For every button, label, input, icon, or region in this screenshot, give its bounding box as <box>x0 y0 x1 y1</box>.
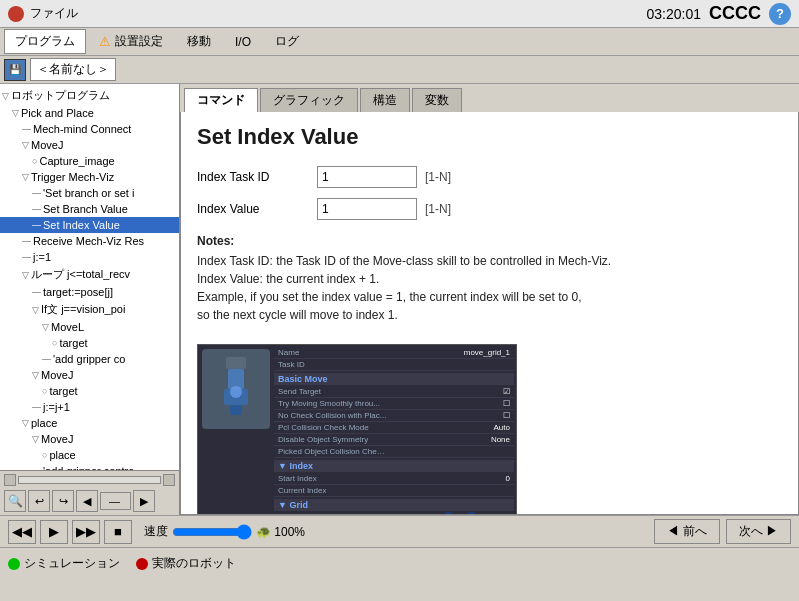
screenshot-panel: Namemove_grid_1Task IDBasic MoveSend Tar… <box>197 344 517 515</box>
page-title: Set Index Value <box>197 124 782 150</box>
tab-variable[interactable]: 変数 <box>412 88 462 112</box>
tree-item[interactable]: —target:=pose[j] <box>0 284 179 300</box>
form-row-indexvalue: Index Value [1-N] <box>197 198 782 220</box>
tree-item[interactable]: ▽place <box>0 415 179 431</box>
tree-arrow-icon: ○ <box>42 450 47 460</box>
tree-item-label: ループ j<=total_recv <box>31 267 130 282</box>
menu-program[interactable]: プログラム <box>4 29 86 54</box>
zoom-btn[interactable]: 🔍 <box>4 490 26 512</box>
tab-structure[interactable]: 構造 <box>360 88 410 112</box>
simulation-status[interactable]: シミュレーション <box>8 555 120 572</box>
tree-item[interactable]: ▽If文 j==vision_poi <box>0 300 179 319</box>
tree-item-label: If文 j==vision_poi <box>41 302 125 317</box>
screenshot-row: Disable Object SymmetryNone <box>274 434 514 446</box>
note-line-2: Index Value: the current index + 1. <box>197 270 782 288</box>
form-row-taskid: Index Task ID [1-N] <box>197 166 782 188</box>
robot-status[interactable]: 実際のロボット <box>136 555 236 572</box>
ss-label: Start Index <box>278 474 317 483</box>
tree-item[interactable]: ○place <box>0 447 179 463</box>
tree-item-label: Capture_image <box>39 155 114 167</box>
playback-bar: ◀◀ ▶ ▶▶ ■ 速度 🐢 100% ◀ 前へ 次へ ▶ <box>0 515 799 547</box>
tree-item[interactable]: ○target <box>0 383 179 399</box>
menu-settings-label: 設置設定 <box>115 33 163 50</box>
titlebar-right: 03:20:01 CCCC ? <box>647 3 792 25</box>
tree-item[interactable]: ▽MoveJ <box>0 137 179 153</box>
ss-label: Disable Object Symmetry <box>278 435 368 444</box>
tree-item[interactable]: ▽MoveJ <box>0 367 179 383</box>
help-button[interactable]: ? <box>769 3 791 25</box>
toolbar: 💾 ＜名前なし＞ <box>0 56 799 84</box>
tree-item[interactable]: ▽MoveL <box>0 319 179 335</box>
tree-item-label: 'add gripper co <box>53 353 125 365</box>
ss-value: ☐ <box>503 411 510 420</box>
window-title: ファイル <box>30 5 78 22</box>
tab-graphic[interactable]: グラフィック <box>260 88 358 112</box>
tree-arrow-icon: — <box>32 402 41 412</box>
tree-item[interactable]: ○Capture_image <box>0 153 179 169</box>
tree-item[interactable]: ▽ループ j<=total_recv <box>0 265 179 284</box>
tree-item[interactable]: ▽ロボットプログラム <box>0 86 179 105</box>
tree-item-label: Mech-mind Connect <box>33 123 131 135</box>
forward-button[interactable]: ▶▶ <box>72 520 100 544</box>
clock: 03:20:01 <box>647 6 702 22</box>
next-nav-button[interactable]: 次へ ▶ <box>726 519 791 544</box>
tree-arrow-icon: ▽ <box>32 434 39 444</box>
tree-item[interactable]: ▽Pick and Place <box>0 105 179 121</box>
ur-logo <box>8 6 24 22</box>
tree-item-label: Receive Mech-Viz Res <box>33 235 144 247</box>
ss-label: Name <box>278 348 299 357</box>
tree-item[interactable]: —j:=j+1 <box>0 399 179 415</box>
tree-item-label: Trigger Mech-Viz <box>31 171 114 183</box>
tree-arrow-icon: — <box>22 252 31 262</box>
notes-label: Notes: <box>197 232 782 250</box>
taskid-hint: [1-N] <box>425 170 451 184</box>
svg-rect-0 <box>226 357 246 369</box>
tree-item[interactable]: —Set Branch Value <box>0 201 179 217</box>
tree-item-label: 'Set branch or set i <box>43 187 134 199</box>
ss-value: move_grid_1 <box>464 348 510 357</box>
tree-item[interactable]: —'Set branch or set i <box>0 185 179 201</box>
tree-item[interactable]: ○target <box>0 335 179 351</box>
ss-value: ☑ <box>503 387 510 396</box>
tab-command[interactable]: コマンド <box>184 88 258 112</box>
tree-item[interactable]: —'add gripper co <box>0 351 179 367</box>
menu-io[interactable]: I/O <box>224 31 262 53</box>
tree-item[interactable]: —'add gripper contro <box>0 463 179 470</box>
tree-item[interactable]: —Receive Mech-Viz Res <box>0 233 179 249</box>
tree-item[interactable]: —Set Index Value <box>0 217 179 233</box>
redo-btn[interactable]: ↪ <box>52 490 74 512</box>
save-icon: 💾 <box>9 64 21 75</box>
tree-item[interactable]: —j:=1 <box>0 249 179 265</box>
menu-log[interactable]: ログ <box>264 29 310 54</box>
simulation-label: シミュレーション <box>24 555 120 572</box>
warning-icon: ⚠ <box>99 34 111 49</box>
tree-arrow-icon: ▽ <box>32 370 39 380</box>
ss-label: Try Moving Smoothly throu... <box>278 399 380 408</box>
prev-btn[interactable]: ◀ <box>76 490 98 512</box>
tree-item-label: Pick and Place <box>21 107 94 119</box>
tree-item-label: Set Branch Value <box>43 203 128 215</box>
speed-slider[interactable] <box>172 524 252 540</box>
tree-arrow-icon: — <box>32 220 41 230</box>
prev-nav-button[interactable]: ◀ 前へ <box>654 519 719 544</box>
tree-item[interactable]: ▽MoveJ <box>0 431 179 447</box>
tree-item[interactable]: —Mech-mind Connect <box>0 121 179 137</box>
tree-item-label: ロボットプログラム <box>11 88 110 103</box>
undo-btn[interactable]: ↩ <box>28 490 50 512</box>
indexvalue-input[interactable] <box>317 198 417 220</box>
tree-arrow-icon: — <box>22 236 31 246</box>
tree-item[interactable]: ▽Trigger Mech-Viz <box>0 169 179 185</box>
tree-item-label: place <box>31 417 57 429</box>
dash-btn[interactable]: — <box>100 492 131 510</box>
play-button[interactable]: ▶ <box>40 520 68 544</box>
menu-settings[interactable]: ⚠ 設置設定 <box>88 29 174 54</box>
taskid-input[interactable] <box>317 166 417 188</box>
tab-bar: コマンド グラフィック 構造 変数 <box>180 84 799 112</box>
next-btn[interactable]: ▶ <box>133 490 155 512</box>
save-button[interactable]: 💾 <box>4 59 26 81</box>
rewind-button[interactable]: ◀◀ <box>8 520 36 544</box>
stop-button[interactable]: ■ <box>104 520 132 544</box>
tree-item-label: j:=1 <box>33 251 51 263</box>
robot-dot <box>136 558 148 570</box>
menu-move[interactable]: 移動 <box>176 29 222 54</box>
